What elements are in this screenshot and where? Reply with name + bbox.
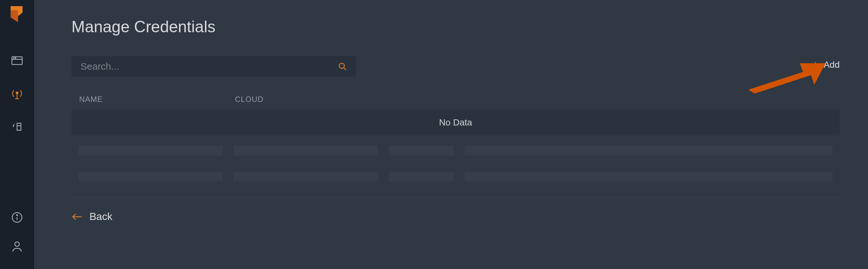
info-icon[interactable] xyxy=(11,211,24,224)
empty-state-message: No Data xyxy=(71,110,840,135)
skeleton-placeholder xyxy=(79,171,223,181)
column-header-name[interactable]: NAME xyxy=(79,95,235,104)
toolbar: Add xyxy=(71,56,840,77)
svg-point-2 xyxy=(13,58,14,58)
skeleton-row xyxy=(71,171,840,181)
arrow-left-icon xyxy=(71,212,83,221)
skeleton-placeholder xyxy=(389,146,454,156)
window-icon[interactable] xyxy=(11,54,24,67)
sidebar xyxy=(0,0,34,269)
back-link-label: Back xyxy=(90,211,112,222)
skeleton-placeholder xyxy=(465,146,833,156)
skeleton-row xyxy=(71,146,840,156)
lighthouse-icon[interactable] xyxy=(11,120,24,133)
main-content: Manage Credentials Add NAME CLO xyxy=(34,0,868,269)
svg-point-9 xyxy=(17,215,18,216)
column-header-cloud[interactable]: CLOUD xyxy=(235,95,832,104)
svg-point-12 xyxy=(339,63,344,69)
skeleton-placeholder xyxy=(234,171,378,181)
antenna-icon[interactable] xyxy=(11,87,24,100)
page-title: Manage Credentials xyxy=(71,18,840,36)
svg-line-13 xyxy=(344,68,346,70)
table-header: NAME CLOUD xyxy=(71,95,840,110)
back-link[interactable]: Back xyxy=(71,211,112,222)
skeleton-placeholder xyxy=(389,171,454,181)
svg-point-4 xyxy=(16,92,18,94)
skeleton-placeholder xyxy=(234,146,378,156)
svg-point-11 xyxy=(15,242,19,246)
add-button[interactable]: Add xyxy=(812,60,840,70)
search-input[interactable] xyxy=(81,61,338,72)
search-icon xyxy=(338,62,347,71)
search-box[interactable] xyxy=(71,56,356,77)
add-button-label: Add xyxy=(824,60,840,70)
brand-logo[interactable] xyxy=(9,4,25,25)
plus-icon xyxy=(812,61,819,69)
skeleton-placeholder xyxy=(465,171,833,181)
user-icon[interactable] xyxy=(11,240,24,253)
divider xyxy=(71,197,840,198)
svg-point-3 xyxy=(15,58,16,58)
skeleton-placeholder xyxy=(79,146,223,156)
